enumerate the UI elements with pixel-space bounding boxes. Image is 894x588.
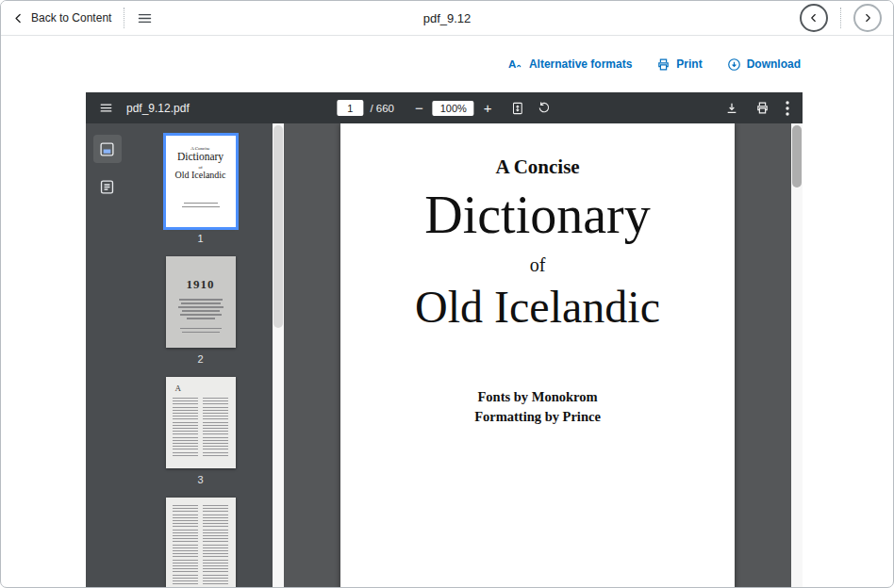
chevron-left-icon xyxy=(808,12,820,24)
toolbar-print-button[interactable] xyxy=(755,101,770,115)
rotate-button[interactable] xyxy=(538,101,552,115)
print-label: Print xyxy=(676,57,702,71)
thumbnails-panel-button[interactable] xyxy=(93,135,122,163)
thumbnail-number: 2 xyxy=(166,353,236,366)
thumbnail-item-4[interactable] xyxy=(166,498,236,587)
more-options-button[interactable] xyxy=(786,101,789,116)
sidebar-toggle-button[interactable] xyxy=(99,101,113,115)
document-actions: A Alternative formats Print Download xyxy=(1,36,893,92)
alternative-formats-label: Alternative formats xyxy=(529,57,632,71)
thumbnail-number: 3 xyxy=(166,474,236,486)
page-title-line1: A Concise xyxy=(340,155,735,179)
mini-title-line2: Dictionary xyxy=(166,151,236,163)
thumbnail-page-4[interactable] xyxy=(166,498,236,587)
back-label: Back to Content xyxy=(31,11,111,24)
page-title-line3: of xyxy=(340,254,735,276)
page-number-input[interactable] xyxy=(337,100,363,116)
separator xyxy=(124,8,124,28)
pdf-viewer: pdf_9.12.pdf / 660 − 100% + xyxy=(86,92,803,587)
zoom-level-select[interactable]: 100% xyxy=(433,101,474,116)
more-vertical-icon xyxy=(786,101,789,116)
credit-line2: Formatting by Prince xyxy=(340,407,735,427)
chevron-left-icon xyxy=(12,12,25,24)
fit-to-page-icon xyxy=(511,101,525,116)
print-icon xyxy=(755,101,770,115)
pdf-page: A Concise Dictionary of Old Icelandic Fo… xyxy=(340,123,735,587)
alternative-formats-icon: A xyxy=(508,57,523,71)
pdf-viewport: A Concise Dictionary of Old Icelandic Fo… xyxy=(284,123,791,587)
alternative-formats-link[interactable]: A Alternative formats xyxy=(508,57,632,71)
hamburger-icon xyxy=(137,10,153,26)
thumbnails-icon xyxy=(99,141,115,157)
main-scrollbar[interactable] xyxy=(791,123,803,587)
page-title: pdf_9.12 xyxy=(423,11,472,25)
download-icon xyxy=(724,101,739,116)
mini-year-label: 1910 xyxy=(166,256,236,292)
document-outline-icon xyxy=(99,179,115,195)
rotate-ccw-icon xyxy=(538,101,552,115)
chevron-right-icon xyxy=(862,12,873,24)
thumbnails-sidebar: A Concise Dictionary of Old Icelandic 1 … xyxy=(128,123,273,587)
svg-text:A: A xyxy=(508,58,517,70)
toolbar-right xyxy=(724,101,789,116)
thumbnail-page-3[interactable]: A xyxy=(166,377,236,468)
print-icon xyxy=(656,57,670,72)
mini-letter-label: A xyxy=(175,384,182,393)
print-link[interactable]: Print xyxy=(656,57,702,72)
top-bar: Back to Content pdf_9.12 xyxy=(1,1,893,36)
back-to-content-button[interactable]: Back to Content xyxy=(12,11,111,24)
page-title-line2: Dictionary xyxy=(340,188,735,241)
page-credits: Fonts by Monokrom Formatting by Prince xyxy=(340,387,735,427)
outline-panel-button[interactable] xyxy=(93,172,122,201)
app-window: Back to Content pdf_9.12 xyxy=(0,0,894,588)
credit-line1: Fonts by Monokrom xyxy=(340,387,735,407)
thumbnail-item-3[interactable]: A 3 xyxy=(166,377,236,486)
toolbar-download-button[interactable] xyxy=(724,101,739,116)
toolbar-left: pdf_9.12.pdf xyxy=(99,101,190,115)
mini-text-columns xyxy=(166,505,236,586)
fit-to-page-button[interactable] xyxy=(511,101,525,116)
thumbnail-number: 1 xyxy=(166,233,236,245)
mini-text-columns xyxy=(166,398,236,458)
pdf-filename: pdf_9.12.pdf xyxy=(126,102,190,115)
download-label: Download xyxy=(747,57,801,71)
zoom-in-button[interactable]: + xyxy=(484,101,492,115)
menu-button[interactable] xyxy=(137,10,153,26)
thumbnail-page-1[interactable]: A Concise Dictionary of Old Icelandic xyxy=(166,136,236,227)
thumbnail-item-1[interactable]: A Concise Dictionary of Old Icelandic 1 xyxy=(166,136,236,245)
pdf-toolbar: pdf_9.12.pdf / 660 − 100% + xyxy=(86,92,803,123)
page-count: / 660 xyxy=(370,103,394,114)
toolbar-center: / 660 − 100% + xyxy=(337,100,551,116)
main-scrollbar-thumb[interactable] xyxy=(792,125,802,188)
zoom-out-button[interactable]: − xyxy=(415,101,423,115)
separator xyxy=(840,8,841,28)
mini-title-line4: Old Icelandic xyxy=(166,170,236,180)
mini-text-lines xyxy=(166,203,236,208)
download-icon xyxy=(727,57,741,72)
viewer-left-rail xyxy=(86,123,128,587)
sidebar-scrollbar[interactable] xyxy=(273,123,284,587)
hamburger-icon xyxy=(99,101,113,115)
next-button[interactable] xyxy=(853,4,882,32)
thumbnail-page-2[interactable]: 1910 xyxy=(166,256,236,348)
download-link[interactable]: Download xyxy=(727,57,801,72)
topbar-navigation xyxy=(800,4,882,32)
mini-text-lines xyxy=(166,299,236,333)
pdf-viewer-body: A Concise Dictionary of Old Icelandic 1 … xyxy=(86,123,803,587)
previous-button[interactable] xyxy=(800,4,828,32)
thumbnail-item-2[interactable]: 1910 2 xyxy=(166,256,236,366)
sidebar-scrollbar-thumb[interactable] xyxy=(273,125,283,328)
page-title-line4: Old Icelandic xyxy=(340,284,735,331)
